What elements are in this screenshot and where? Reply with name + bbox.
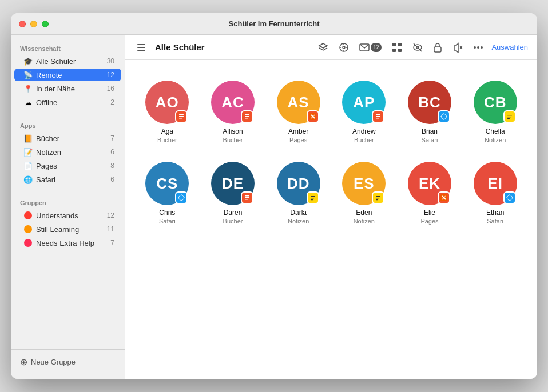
sidebar-item-bucher[interactable]: 📙 Bücher 7 — [14, 132, 121, 145]
svg-rect-28 — [245, 114, 249, 115]
student-card[interactable]: ACAllisonBücher — [200, 71, 266, 153]
svg-point-4 — [343, 46, 345, 49]
understands-count: 12 — [103, 211, 114, 219]
student-name: Chris — [159, 209, 175, 217]
svg-rect-25 — [179, 116, 184, 117]
sidebar-item-remote[interactable]: 📡 Remote 12 — [14, 69, 121, 81]
minimize-button[interactable] — [30, 21, 37, 27]
student-grid: AOAgaBücherACAllisonBücherASAmberPagesAP… — [125, 60, 537, 379]
auswahlen-button[interactable]: Auswählen — [491, 43, 528, 51]
pages-label: Pages — [36, 162, 100, 170]
notizen-count: 6 — [103, 148, 114, 156]
student-app: Bücher — [223, 137, 243, 143]
svg-rect-12 — [392, 49, 396, 52]
svg-rect-35 — [376, 114, 380, 115]
maximize-button[interactable] — [42, 21, 49, 27]
student-name: Eden — [356, 209, 372, 217]
student-card[interactable]: CBChellaNotizen — [462, 71, 528, 153]
student-card[interactable]: CSChrisSafari — [134, 153, 200, 234]
more-button[interactable] — [471, 43, 486, 51]
hide-screen-button[interactable] — [410, 40, 425, 55]
needs-extra-help-icon — [23, 238, 33, 247]
svg-rect-58 — [245, 197, 249, 198]
student-app: Notizen — [485, 137, 506, 143]
avatar-wrapper: CB — [474, 81, 517, 124]
svg-rect-10 — [392, 43, 396, 46]
sidebar-item-understands[interactable]: Understands 12 — [14, 209, 121, 222]
sidebar-item-offline[interactable]: ☁ Offline 2 — [14, 96, 121, 109]
student-name: Amber — [288, 127, 308, 135]
sidebar-item-still-learning[interactable]: Still Learning 11 — [14, 223, 121, 235]
pages-icon: 📄 — [23, 161, 33, 170]
svg-rect-57 — [245, 195, 249, 197]
sidebar-section-wissenschaft: Wissenschaft — [11, 39, 125, 54]
svg-point-21 — [477, 46, 479, 49]
student-card[interactable]: ESEdenNotizen — [331, 153, 397, 234]
app-badge-icon — [372, 110, 384, 123]
grid-view-button[interactable] — [390, 40, 404, 55]
title-bar: Schüler im Fernunterricht — [11, 13, 537, 35]
sidebar-item-safari[interactable]: 🌐 Safari 6 — [14, 173, 121, 186]
student-card[interactable]: ASAmberPages — [265, 71, 331, 153]
main-window: Schüler im Fernunterricht Wissenschaft 🎓… — [11, 13, 537, 379]
svg-rect-67 — [376, 199, 378, 200]
svg-rect-61 — [311, 196, 315, 197]
student-app: Bücher — [157, 137, 177, 143]
lock-button[interactable] — [431, 40, 444, 55]
student-app: Safari — [159, 218, 176, 225]
sidebar-divider-2 — [11, 190, 125, 190]
sidebar-section-apps: Apps — [11, 117, 125, 131]
location-button[interactable] — [336, 40, 351, 55]
remote-label: Remote — [36, 71, 100, 79]
student-card[interactable]: DDDarlaNotizen — [265, 153, 331, 234]
student-card[interactable]: EIEthanSafari — [462, 153, 528, 234]
student-name: Brian — [422, 127, 438, 135]
svg-rect-2 — [137, 50, 145, 51]
student-app: Pages — [289, 137, 307, 143]
app-badge-icon — [438, 110, 450, 123]
app-badge-icon — [241, 110, 253, 123]
avatar-wrapper: AC — [211, 81, 255, 124]
avatar-wrapper: EK — [408, 162, 451, 205]
bucher-count: 7 — [103, 134, 114, 142]
sidebar-divider-1 — [11, 113, 125, 113]
svg-rect-47 — [507, 117, 511, 117]
avatar-wrapper: AP — [342, 81, 386, 124]
mail-button[interactable]: 12 — [357, 41, 384, 54]
toolbar-title: Alle Schüler — [155, 42, 309, 52]
avatar-wrapper: BC — [408, 81, 451, 124]
student-card[interactable]: DEDarenBücher — [200, 153, 266, 234]
sidebar-toggle-button[interactable] — [134, 41, 148, 54]
sidebar-item-needs-extra-help[interactable]: Needs Extra Help 7 — [14, 237, 121, 249]
sidebar-footer: ⊕ Neue Gruppe — [11, 349, 125, 374]
new-group-label: Neue Gruppe — [31, 358, 76, 366]
still-learning-icon — [23, 225, 33, 234]
sidebar-item-notizen[interactable]: 📝 Notizen 6 — [14, 146, 121, 158]
student-name: Allison — [223, 127, 243, 135]
student-card[interactable]: BCBrianSafari — [397, 71, 463, 153]
needs-extra-help-count: 7 — [103, 239, 114, 247]
svg-rect-17 — [434, 47, 441, 52]
sidebar-item-alle-schueler[interactable]: 🎓 Alle Schüler 30 — [14, 55, 121, 67]
in-der-nahe-icon: 📍 — [23, 84, 33, 93]
mute-button[interactable] — [450, 40, 465, 55]
avatar-wrapper: DE — [211, 162, 255, 205]
student-card[interactable]: APAndrewBücher — [331, 71, 397, 153]
sidebar-section-gruppen: Gruppen — [11, 194, 125, 209]
pages-count: 8 — [103, 162, 114, 170]
close-button[interactable] — [19, 21, 26, 27]
student-card[interactable]: EKEliePages — [397, 153, 463, 234]
student-app: Bücher — [354, 137, 374, 143]
svg-rect-46 — [507, 115, 512, 115]
avatar-wrapper: CS — [145, 162, 189, 205]
sidebar-item-pages[interactable]: 📄 Pages 8 — [14, 159, 121, 172]
student-card[interactable]: AOAgaBücher — [134, 71, 200, 153]
layers-button[interactable] — [316, 40, 331, 55]
main-content: Alle Schüler — [125, 35, 537, 379]
new-group-button[interactable]: ⊕ Neue Gruppe — [18, 354, 118, 370]
student-name: Andrew — [352, 127, 376, 135]
svg-rect-29 — [245, 116, 249, 117]
student-app: Bücher — [223, 218, 243, 225]
svg-rect-13 — [398, 49, 402, 52]
sidebar-item-in-der-nahe[interactable]: 📍 In der Nähe 16 — [14, 82, 121, 95]
